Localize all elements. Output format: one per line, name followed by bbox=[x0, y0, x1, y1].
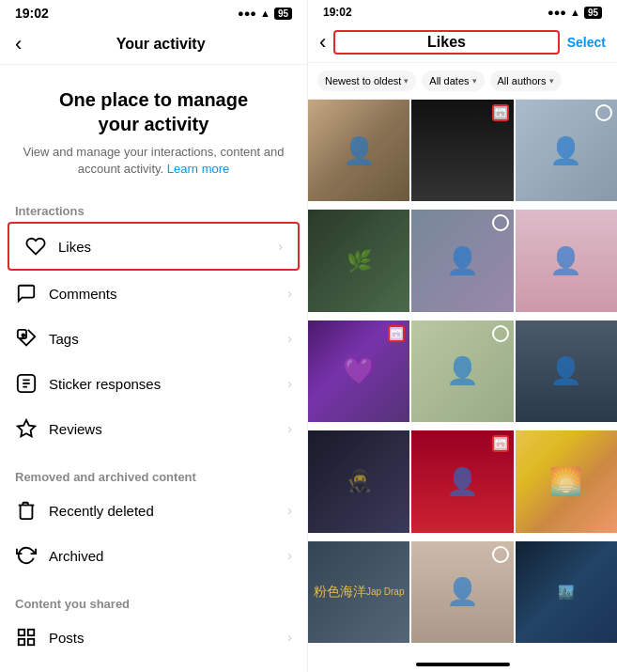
sidebar-item-archived[interactable]: Archived › bbox=[0, 533, 307, 578]
photo-overlay-4: 🌿 bbox=[308, 210, 409, 311]
reviews-chevron: › bbox=[287, 421, 292, 436]
reviews-label: Reviews bbox=[49, 421, 287, 437]
likes-chevron: › bbox=[278, 239, 283, 254]
battery-icon-right: 95 bbox=[584, 7, 602, 19]
photo-overlay-13: 粉色海洋Jap Drap bbox=[308, 541, 409, 643]
recently-deleted-chevron: › bbox=[287, 503, 292, 518]
date-range-filter[interactable]: Newest to oldest ▾ bbox=[317, 70, 416, 91]
grid-item-6[interactable]: 👤 bbox=[516, 210, 617, 311]
grid-item-1[interactable]: 👤 bbox=[308, 100, 409, 201]
photo-overlay-6: 👤 bbox=[516, 210, 617, 311]
svg-rect-5 bbox=[28, 639, 34, 645]
grid-item-2[interactable] bbox=[411, 100, 513, 201]
grid-item-5[interactable]: 👤 bbox=[411, 210, 513, 311]
author-filter-chevron: ▾ bbox=[549, 76, 554, 86]
date-filter-label: All dates bbox=[429, 75, 469, 86]
checkbox-5[interactable] bbox=[492, 214, 509, 231]
sidebar-item-recently-deleted[interactable]: Recently deleted › bbox=[0, 488, 307, 533]
wifi-icon-right: ▲ bbox=[570, 7, 580, 18]
checkbox-14[interactable] bbox=[492, 546, 509, 563]
learn-more-link[interactable]: Learn more bbox=[167, 162, 229, 176]
photo-overlay-10: 🥷 bbox=[308, 430, 409, 532]
signal-icon: ●●● bbox=[238, 8, 256, 19]
reel-badge-2 bbox=[492, 104, 509, 121]
svg-rect-4 bbox=[28, 630, 34, 635]
sidebar-item-likes[interactable]: Likes › bbox=[8, 222, 300, 271]
time-right: 19:02 bbox=[323, 6, 352, 19]
content-shared-label: Content you shared bbox=[0, 586, 307, 615]
hero-subtitle: View and manage your interactions, conte… bbox=[19, 144, 288, 178]
grid-item-10[interactable]: 🥷 bbox=[308, 430, 409, 532]
date-filter[interactable]: All dates ▾ bbox=[422, 70, 484, 91]
sidebar-item-tags[interactable]: Tags › bbox=[0, 316, 307, 361]
filters-bar: Newest to oldest ▾ All dates ▾ All autho… bbox=[308, 63, 617, 100]
select-button[interactable]: Select bbox=[567, 35, 606, 50]
left-panel: 19:02 ●●● ▲ 95 ‹ Your activity One place… bbox=[0, 0, 308, 672]
svg-rect-3 bbox=[19, 630, 24, 635]
date-range-chevron: ▾ bbox=[404, 76, 409, 86]
comment-icon bbox=[15, 282, 38, 305]
archived-chevron: › bbox=[287, 548, 292, 563]
grid-item-12[interactable]: 🌅 bbox=[516, 430, 617, 532]
removed-archived-label: Removed and archived content bbox=[0, 459, 307, 488]
home-indicator-right bbox=[416, 663, 510, 666]
sticker-responses-label: Sticker responses bbox=[49, 376, 287, 392]
nav-header-right: ‹ Likes Select bbox=[308, 23, 617, 63]
sidebar-item-reels[interactable]: Reels › bbox=[0, 660, 307, 672]
signal-icon-right: ●●● bbox=[548, 7, 566, 18]
grid-item-14[interactable]: 👤 bbox=[411, 541, 513, 643]
grid-item-15[interactable]: 🏙️ bbox=[516, 541, 617, 643]
photo-overlay-9: 👤 bbox=[516, 320, 617, 422]
tags-chevron: › bbox=[287, 331, 292, 346]
checkbox-8[interactable] bbox=[492, 325, 509, 342]
recently-deleted-label: Recently deleted bbox=[49, 503, 287, 519]
heart-icon bbox=[24, 235, 47, 258]
hero-title: One place to manageyour activity bbox=[19, 87, 288, 136]
grid-icon bbox=[15, 626, 38, 649]
sidebar-item-sticker-responses[interactable]: Sticker responses › bbox=[0, 361, 307, 406]
checkbox-3[interactable] bbox=[595, 104, 612, 121]
right-panel: 19:02 ●●● ▲ 95 ‹ Likes Select Newest to … bbox=[308, 0, 617, 672]
back-icon-right[interactable]: ‹ bbox=[319, 30, 326, 55]
svg-rect-6 bbox=[19, 639, 24, 645]
sticker-icon bbox=[15, 372, 38, 395]
status-bar-right: 19:02 ●●● ▲ 95 bbox=[308, 0, 617, 23]
status-icons-right: ●●● ▲ 95 bbox=[548, 7, 602, 19]
posts-chevron: › bbox=[287, 630, 292, 645]
photo-overlay-11: 👤 bbox=[411, 430, 513, 532]
date-range-label: Newest to oldest bbox=[325, 75, 401, 86]
photo-overlay-12: 🌅 bbox=[516, 430, 617, 532]
photo-overlay-1: 👤 bbox=[308, 100, 409, 201]
sticker-responses-chevron: › bbox=[287, 376, 292, 391]
interactions-label: Interactions bbox=[0, 193, 307, 222]
comments-label: Comments bbox=[49, 286, 287, 302]
author-filter[interactable]: All authors ▾ bbox=[490, 70, 562, 91]
bottom-bar-right bbox=[308, 649, 617, 672]
grid-item-9[interactable]: 👤 bbox=[516, 320, 617, 422]
page-title-left: Your activity bbox=[29, 36, 292, 53]
nav-header-left: ‹ Your activity bbox=[0, 24, 307, 65]
svg-point-1 bbox=[22, 335, 24, 337]
likes-label: Likes bbox=[58, 239, 278, 255]
author-filter-label: All authors bbox=[498, 75, 547, 86]
comments-chevron: › bbox=[287, 286, 292, 301]
grid-item-11[interactable]: 👤 bbox=[411, 430, 513, 532]
sidebar-item-reviews[interactable]: Reviews › bbox=[0, 406, 307, 451]
posts-label: Posts bbox=[49, 630, 287, 646]
tags-label: Tags bbox=[49, 331, 287, 347]
sidebar-item-posts[interactable]: Posts › bbox=[0, 615, 307, 660]
photo-overlay-15: 🏙️ bbox=[516, 541, 617, 643]
grid-item-8[interactable]: 👤 bbox=[411, 320, 513, 422]
photo-overlay-7: 💜 bbox=[308, 320, 409, 422]
grid-item-4[interactable]: 🌿 bbox=[308, 210, 409, 311]
grid-item-3[interactable]: 👤 bbox=[516, 100, 617, 201]
status-bar-left: 19:02 ●●● ▲ 95 bbox=[0, 0, 307, 24]
wifi-icon: ▲ bbox=[260, 8, 270, 19]
sidebar-item-comments[interactable]: Comments › bbox=[0, 271, 307, 316]
grid-item-7[interactable]: 💜 bbox=[308, 320, 409, 422]
page-title-right: Likes bbox=[333, 30, 559, 55]
status-icons-left: ●●● ▲ 95 bbox=[238, 8, 292, 20]
archived-label: Archived bbox=[49, 548, 287, 564]
grid-item-13[interactable]: 粉色海洋Jap Drap bbox=[308, 541, 409, 643]
back-icon-left[interactable]: ‹ bbox=[15, 32, 22, 56]
